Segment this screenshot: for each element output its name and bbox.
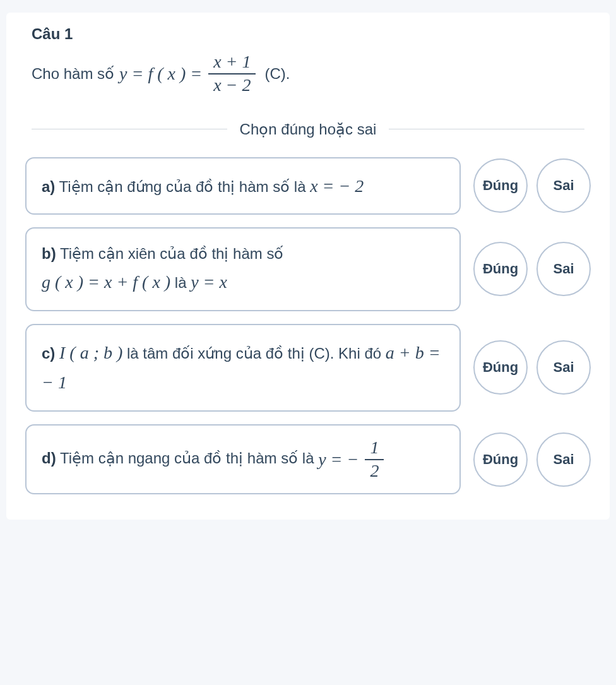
math-lhs: y = f ( x ) = (119, 64, 202, 84)
option-math: x = − 2 (310, 176, 364, 196)
option-text: Tiệm cận ngang của đồ thị hàm số là (60, 450, 314, 467)
divider-line-right (389, 129, 584, 129)
button-group-a: Đúng Sai (473, 158, 591, 213)
option-text: Tiệm cận xiên của đồ thị hàm số (60, 245, 284, 262)
option-label: b) (42, 245, 56, 262)
option-row-c: c) I ( a ; b ) là tâm đối xứng của đồ th… (6, 324, 610, 424)
option-row-d: d) Tiệm cận ngang của đồ thị hàm số là y… (6, 424, 610, 508)
prompt-prefix: Cho hàm số (32, 65, 114, 83)
true-button-d[interactable]: Đúng (473, 432, 528, 487)
option-math: y = − 1 2 (318, 438, 388, 481)
math-lhs: y = − (318, 444, 358, 475)
false-button-b[interactable]: Sai (536, 242, 591, 296)
option-label: d) (42, 450, 56, 467)
option-row-b: b) Tiệm cận xiên của đồ thị hàm số g ( x… (6, 227, 610, 323)
instruction-divider: Chọn đúng hoặc sai (6, 114, 610, 157)
prompt-math: y = f ( x ) = x + 1 x − 2 (119, 52, 259, 95)
true-button-c[interactable]: Đúng (473, 340, 528, 395)
fraction-numerator: x + 1 (208, 52, 256, 74)
button-group-c: Đúng Sai (473, 340, 591, 395)
option-text: là tâm đối xứng của đồ thị (C). Khi đó (127, 345, 381, 362)
fraction: x + 1 x − 2 (208, 52, 256, 95)
true-button-b[interactable]: Đúng (473, 242, 528, 296)
question-prompt: Cho hàm số y = f ( x ) = x + 1 x − 2 (C)… (6, 52, 610, 114)
fraction-denominator: x − 2 (208, 74, 256, 95)
option-box-c: c) I ( a ; b ) là tâm đối xứng của đồ th… (25, 324, 461, 412)
option-box-b: b) Tiệm cận xiên của đồ thị hàm số g ( x… (25, 227, 461, 311)
option-box-a: a) Tiệm cận đứng của đồ thị hàm số là x … (25, 157, 461, 215)
option-math-before: I ( a ; b ) (59, 343, 122, 362)
prompt-suffix: (C). (264, 65, 290, 83)
option-text: Tiệm cận đứng của đồ thị hàm số là (59, 178, 306, 195)
fraction-numerator: 1 (365, 438, 384, 460)
true-button-a[interactable]: Đúng (473, 158, 528, 213)
false-button-c[interactable]: Sai (536, 340, 591, 395)
fraction: 1 2 (365, 438, 384, 481)
button-group-d: Đúng Sai (473, 432, 591, 487)
option-text-mid: là (175, 274, 187, 291)
divider-line-left (32, 129, 227, 129)
false-button-d[interactable]: Sai (536, 432, 591, 487)
false-button-a[interactable]: Sai (536, 158, 591, 213)
option-math: g ( x ) = x + f ( x ) (42, 272, 170, 292)
option-label: c) (42, 345, 55, 362)
option-box-d: d) Tiệm cận ngang của đồ thị hàm số là y… (25, 424, 461, 495)
button-group-b: Đúng Sai (473, 242, 591, 296)
fraction-denominator: 2 (365, 460, 384, 481)
option-math2: y = x (191, 272, 227, 292)
instruction-text: Chọn đúng hoặc sai (240, 121, 377, 138)
question-title: Câu 1 (6, 25, 610, 52)
question-container: Câu 1 Cho hàm số y = f ( x ) = x + 1 x −… (6, 13, 610, 520)
option-label: a) (42, 178, 55, 195)
option-row-a: a) Tiệm cận đứng của đồ thị hàm số là x … (6, 157, 610, 228)
